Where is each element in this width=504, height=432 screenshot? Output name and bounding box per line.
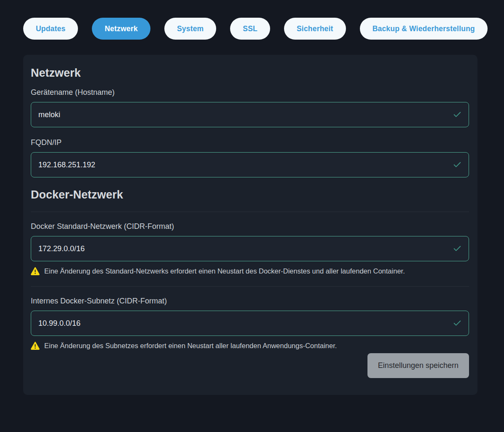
fqdn-input-wrap (31, 152, 469, 177)
panel-actions: Einstellungen speichern (31, 353, 469, 378)
settings-tab-bar: Updates Netzwerk System SSL Sicherheit B… (23, 18, 477, 40)
section-divider (31, 212, 469, 212)
docker-default-network-label: Docker Standard-Netzwerk (CIDR-Format) (31, 222, 469, 231)
section-title-netzwerk: Netzwerk (31, 67, 469, 80)
warning-triangle-icon (31, 267, 40, 275)
tab-backup-wiederherstellung[interactable]: Backup & Wiederherstellung (360, 18, 488, 40)
docker-default-network-input[interactable] (31, 236, 469, 261)
docker-subnet-input-wrap (31, 311, 469, 336)
hostname-label: Gerätename (Hostname) (31, 88, 469, 97)
network-settings-panel: Netzwerk Gerätename (Hostname) FQDN/IP D… (23, 55, 477, 395)
docker-subnet-label: Internes Docker-Subnetz (CIDR-Format) (31, 297, 469, 306)
docker-subnet-warning: Eine Änderung des Subnetzes erfordert ei… (31, 342, 469, 350)
hostname-input-wrap (31, 102, 469, 127)
tab-sicherheit[interactable]: Sicherheit (284, 18, 346, 40)
warning-triangle-icon (31, 342, 40, 350)
tab-netzwerk[interactable]: Netzwerk (92, 18, 150, 40)
warning-text: Eine Änderung des Subnetzes erfordert ei… (44, 342, 337, 350)
section-divider (31, 286, 469, 287)
hostname-input[interactable] (31, 102, 469, 127)
section-title-docker-netzwerk: Docker-Netzwerk (31, 188, 469, 201)
fqdn-label: FQDN/IP (31, 138, 469, 147)
tab-updates[interactable]: Updates (23, 18, 78, 40)
fqdn-input[interactable] (31, 152, 469, 177)
warning-text: Eine Änderung des Standard-Netzwerks erf… (44, 267, 405, 275)
save-settings-button[interactable]: Einstellungen speichern (367, 353, 469, 378)
docker-subnet-input[interactable] (31, 311, 469, 336)
docker-default-network-warning: Eine Änderung des Standard-Netzwerks erf… (31, 267, 469, 275)
docker-default-network-input-wrap (31, 236, 469, 261)
tab-system[interactable]: System (164, 18, 216, 40)
tab-ssl[interactable]: SSL (230, 18, 270, 40)
